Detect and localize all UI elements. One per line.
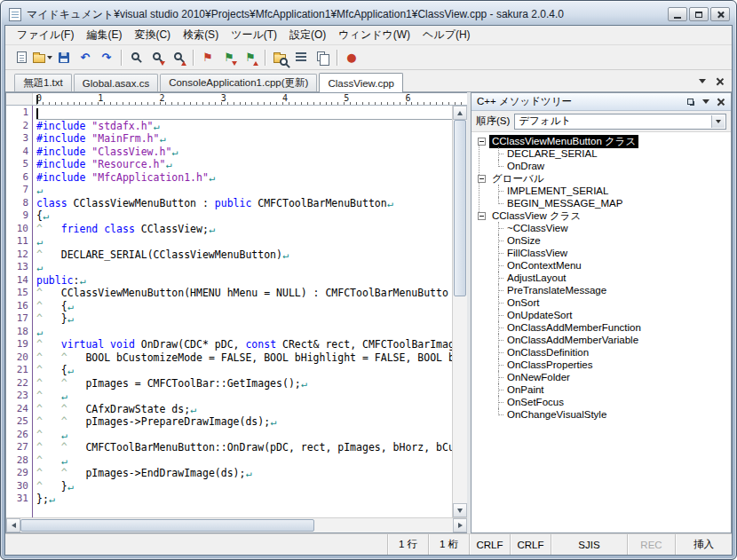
tree-item-label[interactable]: OnSize [504, 235, 543, 246]
tree-item[interactable]: OnUpdateSort [476, 309, 731, 321]
tree-item[interactable]: グローバル [476, 172, 731, 185]
search-next-button[interactable] [147, 48, 168, 67]
tree-item-label[interactable]: OnClassAddMemberVariable [504, 335, 641, 345]
code-line[interactable]: public:↵ [36, 274, 452, 288]
tree-item-label[interactable]: OnContextMenu [504, 260, 584, 271]
code-line[interactable]: ^ ^ pImages = CMFCToolBar::GetImages();↵ [36, 377, 452, 390]
scroll-left-button[interactable] [6, 518, 20, 532]
tree-item[interactable]: ~CClassView [476, 222, 731, 234]
tree-item-label[interactable]: OnSort [504, 297, 542, 308]
code-line[interactable]: {↵ [36, 209, 452, 223]
tree-item-label[interactable]: OnClassProperties [504, 359, 596, 370]
tree-item[interactable]: DECLARE_SERIAL [476, 147, 731, 160]
collapse-expander-icon[interactable] [478, 138, 486, 146]
code-line[interactable]: ^ friend class CClassView;↵ [36, 223, 452, 236]
tree-item-label[interactable]: OnNewFolder [504, 372, 573, 383]
code-line[interactable]: };↵ [36, 493, 452, 506]
title-bar[interactable]: マイドキュメント¥visual studio 2010¥Projects¥Mfc… [1, 1, 736, 25]
outline-analysis-button[interactable] [290, 48, 312, 67]
tree-item[interactable]: FillClassView [476, 247, 731, 259]
horizontal-scroll-track[interactable] [20, 518, 453, 532]
tree-item[interactable]: OnSize [476, 234, 731, 247]
panel-menu-button[interactable] [698, 95, 713, 108]
tree-item[interactable]: OnClassDefinition [476, 346, 731, 359]
code-line[interactable]: ^ {↵ [36, 300, 452, 313]
save-file-button[interactable] [53, 48, 75, 67]
menu-file[interactable]: ファイル(F) [11, 25, 80, 45]
macro-record-button[interactable]: ● [341, 48, 362, 67]
scroll-down-button[interactable] [453, 503, 467, 517]
new-file-button[interactable] [11, 48, 32, 67]
code-line[interactable]: ^ CClassViewMenuButton(HMENU hMenu = NUL… [36, 287, 452, 300]
tab-1[interactable]: Global.asax.cs [74, 74, 158, 91]
menu-tools[interactable]: ツール(T) [225, 25, 283, 45]
tree-item-label[interactable]: OnDraw [504, 161, 547, 171]
tree-item[interactable]: OnClassProperties [476, 359, 731, 371]
tree-item-label[interactable]: CClassView クラス [489, 209, 583, 223]
horizontal-scrollbar[interactable] [6, 517, 467, 532]
code-line[interactable]: ^ ^ pImages->EndDrawImage(ds);↵ [36, 467, 452, 480]
compare-files-button[interactable] [312, 48, 333, 67]
redo-button[interactable]: ↷ [96, 48, 117, 67]
code-line[interactable]: ^ ^ pImages->PrepareDrawImage(ds);↵ [36, 415, 452, 429]
tree-item[interactable]: OnClassAddMemberVariable [476, 334, 731, 346]
tree-item-label[interactable]: OnClassDefinition [504, 347, 591, 358]
tree-item[interactable]: OnContextMenu [476, 259, 731, 272]
tree-item-label[interactable]: グローバル [489, 172, 547, 185]
menu-window[interactable]: ウィンドウ(W) [332, 25, 416, 45]
menu-search[interactable]: 検索(S) [177, 25, 225, 45]
code-line[interactable]: ^ ↵ [36, 390, 452, 403]
tab-0[interactable]: 無題1.txt [14, 74, 72, 91]
maximize-button[interactable] [689, 7, 709, 21]
code-line[interactable]: ↵ [36, 261, 452, 274]
tab-close-button[interactable] [712, 75, 726, 88]
tree-item[interactable]: OnChangeVisualStyle [476, 408, 731, 421]
vertical-scroll-thumb[interactable] [454, 120, 466, 296]
tree-item[interactable]: OnPaint [476, 383, 731, 396]
search-button[interactable] [125, 48, 147, 67]
tree-item-label[interactable]: IMPLEMENT_SERIAL [504, 185, 611, 196]
tree-item[interactable]: AdjustLayout [476, 272, 731, 284]
vertical-scroll-track[interactable] [453, 120, 467, 503]
tree-item[interactable]: OnSort [476, 296, 731, 309]
collapse-expander-icon[interactable] [478, 212, 486, 220]
code-line[interactable]: ^ ↵ [36, 454, 452, 468]
code-line[interactable]: ^ }↵ [36, 480, 452, 493]
tree-item[interactable]: IMPLEMENT_SERIAL [476, 185, 731, 197]
code-line[interactable]: ↵ [36, 184, 452, 197]
code-line[interactable]: ^ ^ BOOL bCustomizeMode = FALSE, BOOL bH… [36, 351, 452, 365]
code-line[interactable]: ^ ^ CAfxDrawState ds;↵ [36, 403, 452, 416]
scroll-up-button[interactable] [453, 106, 467, 120]
scroll-right-button[interactable] [453, 518, 467, 532]
code-line[interactable]: ↵ [36, 235, 452, 248]
collapse-expander-icon[interactable] [478, 175, 486, 183]
tree-item[interactable]: OnClassAddMemberFunction [476, 321, 731, 334]
code-line[interactable]: #include "MfcApplication1.h"↵ [36, 171, 452, 185]
tree-item-label[interactable]: OnPaint [504, 384, 547, 395]
menu-convert[interactable]: 変換(C) [128, 25, 177, 45]
tree-item[interactable]: PreTranslateMessage [476, 284, 731, 296]
tree-item[interactable]: CClassViewMenuButton クラス [476, 135, 731, 147]
tree-item-label[interactable]: OnSetFocus [504, 397, 567, 407]
code-area[interactable]: #include "stdafx.h"↵#include "MainFrm.h"… [33, 106, 452, 517]
tree-item-label[interactable]: BEGIN_MESSAGE_MAP [504, 198, 625, 209]
tab-2[interactable]: ConsoleApplication1.cpp(更新) [160, 74, 317, 91]
tree-item-label[interactable]: FillClassView [504, 248, 570, 258]
menu-settings[interactable]: 設定(O) [283, 25, 332, 45]
dock-button[interactable] [683, 95, 698, 108]
code-line[interactable]: #include "ClassView.h"↵ [36, 146, 452, 159]
menu-help[interactable]: ヘルプ(H) [416, 25, 477, 45]
tree-item[interactable]: OnDraw [476, 160, 731, 172]
code-line[interactable]: ^ virtual void OnDraw(CDC* pDC, const CR… [36, 338, 452, 351]
combo-dropdown-button[interactable] [711, 115, 725, 128]
search-prev-button[interactable] [168, 48, 189, 67]
tab-3[interactable]: ClassView.cpp [319, 73, 403, 92]
code-line[interactable]: ^ {↵ [36, 364, 452, 377]
grep-button[interactable] [269, 48, 290, 67]
tree-item-label[interactable]: OnChangeVisualStyle [504, 409, 609, 420]
code-line[interactable]: ^ DECLARE_SERIAL(CClassViewMenuButton)↵ [36, 248, 452, 262]
code-line[interactable]: ^ ^ CMFCToolBarMenuButton::OnDraw(pDC, r… [36, 441, 452, 454]
tree-item-label[interactable]: CClassViewMenuButton クラス [489, 135, 638, 148]
order-select[interactable]: デフォルト [514, 114, 726, 130]
tree-item-label[interactable]: PreTranslateMessage [504, 285, 609, 296]
